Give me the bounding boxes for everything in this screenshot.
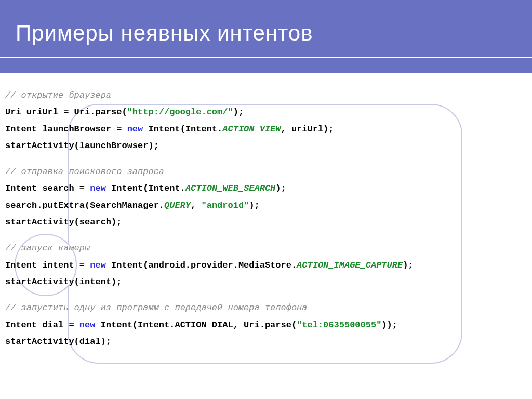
code-line: Intent search = new Intent(Intent.ACTION… <box>5 180 527 197</box>
code-line: startActivity(intent); <box>5 274 527 290</box>
slide-title: Примеры неявных интентов <box>16 21 516 46</box>
code-string: "http://google.com/" <box>127 107 233 117</box>
code-gap <box>5 154 527 164</box>
code-text: ); <box>403 260 413 270</box>
code-line: Uri uriUrl = Uri.parse("http://google.co… <box>5 104 527 121</box>
code-text: Intent search = <box>5 183 90 193</box>
code-line: startActivity(search); <box>5 214 527 231</box>
code-comment: // запуск камеры <box>5 240 527 257</box>
code-gap <box>5 290 527 300</box>
code-comment: // запустить одну из программ с передаче… <box>5 300 527 316</box>
title-underline <box>0 57 532 58</box>
code-text: , <box>191 201 201 210</box>
code-gap <box>5 231 527 240</box>
code-content: // открытие браузера Uri uriUrl = Uri.pa… <box>0 73 532 361</box>
code-static: QUERY <box>164 201 191 210</box>
code-line: search.putExtra(SearchManager.QUERY, "an… <box>5 197 527 214</box>
code-keyword: new <box>90 183 106 193</box>
code-keyword: new <box>90 260 106 270</box>
code-text: Intent(android.provider.MediaStore. <box>106 260 297 270</box>
code-keyword: new <box>79 320 96 330</box>
code-text: search.putExtra(SearchManager. <box>5 201 164 210</box>
code-text: Intent(Intent. <box>106 183 185 193</box>
code-text: Uri uriUrl = Uri.parse( <box>5 107 127 117</box>
code-comment: // отправка поискового запроса <box>5 164 527 180</box>
code-line: Intent intent = new Intent(android.provi… <box>5 257 527 274</box>
code-keyword: new <box>127 124 143 134</box>
code-text: Intent(Intent. <box>143 124 222 134</box>
code-text: , uriUrl); <box>281 124 334 134</box>
code-static: ACTION_WEB_SEARCH <box>185 183 275 193</box>
code-text: )); <box>381 320 397 330</box>
code-line: startActivity(launchBrowser); <box>5 138 527 154</box>
code-text: Intent(Intent.ACTION_DIAL, Uri.parse( <box>95 320 297 330</box>
code-string: "tel:0635500055" <box>297 320 381 330</box>
code-text: ); <box>249 201 259 210</box>
code-text: Intent intent = <box>5 260 90 270</box>
code-text: Intent dial = <box>5 320 79 330</box>
code-static: ACTION_VIEW <box>222 124 281 134</box>
code-comment: // открытие браузера <box>5 87 527 104</box>
slide-header: Примеры неявных интентов <box>0 0 532 73</box>
code-text: ); <box>233 107 244 117</box>
code-text: Intent launchBrowser = <box>5 124 127 134</box>
code-string: "android" <box>201 201 249 210</box>
code-line: startActivity(dial); <box>5 334 527 350</box>
code-static: ACTION_IMAGE_CAPTURE <box>297 260 403 270</box>
code-text: ); <box>275 183 286 193</box>
code-line: Intent dial = new Intent(Intent.ACTION_D… <box>5 317 527 334</box>
code-line: Intent launchBrowser = new Intent(Intent… <box>5 121 527 138</box>
